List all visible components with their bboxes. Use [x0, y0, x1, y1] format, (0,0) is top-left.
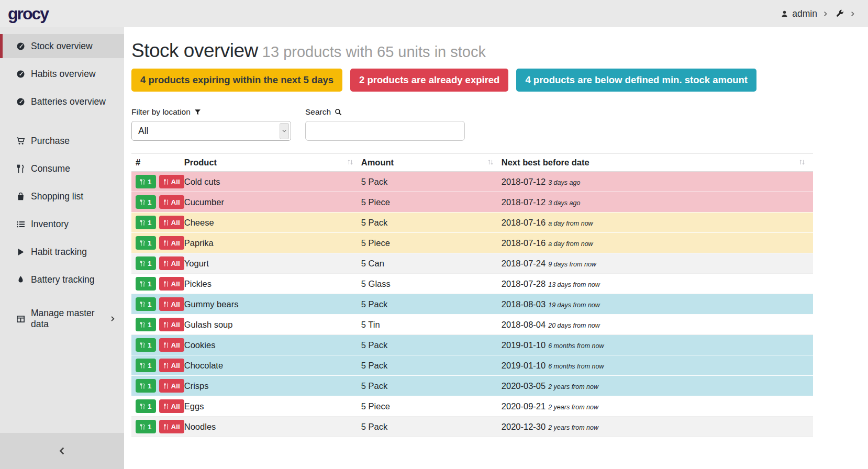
column-header-number-label: # [136, 158, 140, 167]
consume-one-button[interactable]: 1 [136, 318, 156, 331]
sidebar-item-batteries-overview[interactable]: Batteries overview [0, 90, 124, 114]
main-content: Stock overview13 products with 65 units … [124, 27, 868, 469]
consume-one-button[interactable]: 1 [136, 236, 156, 250]
gauge-icon [16, 97, 26, 106]
consume-one-button[interactable]: 1 [136, 256, 156, 270]
stock-table-body: 1AllCold cuts5 Pack2018-07-123 days ago1… [131, 172, 813, 437]
consume-all-button[interactable]: All [159, 318, 184, 331]
consume-one-button[interactable]: 1 [136, 379, 156, 393]
settings-menu[interactable] [836, 9, 844, 18]
table-row: 1AllCookies5 Pack2019-01-106 months from… [131, 335, 813, 355]
consume-one-button[interactable]: 1 [136, 420, 156, 433]
sidebar-item-habits-overview[interactable]: Habits overview [0, 62, 124, 86]
column-header-product[interactable]: Product [184, 154, 361, 172]
consume-all-button[interactable]: All [159, 195, 184, 209]
table-row: 1AllCucumber5 Piece2018-07-123 days ago [131, 192, 813, 213]
utensils-icon [163, 220, 169, 226]
location-select-value: All [138, 126, 148, 137]
chevron-right-icon [850, 11, 855, 17]
date-relative: 2 years from now [548, 404, 598, 411]
product-amount: 5 Piece [361, 233, 502, 253]
date-relative: 13 days from now [548, 281, 600, 288]
consume-all-button[interactable]: All [159, 297, 184, 311]
sidebar-item-label: Habits overview [31, 69, 96, 80]
consume-all-button[interactable]: All [159, 379, 184, 393]
best-before-date: 2019-01-106 months from now [502, 355, 813, 376]
location-select[interactable]: All [131, 121, 291, 141]
consume-one-button[interactable]: 1 [136, 216, 156, 229]
utensils-icon [163, 363, 169, 368]
grocy-logo[interactable]: grocy [8, 5, 48, 22]
sidebar-item-purchase[interactable]: Purchase [0, 129, 124, 153]
date-value: 2018-07-12 [502, 177, 546, 186]
consume-all-button[interactable]: All [159, 277, 184, 291]
page-title: Stock overview13 products with 65 units … [131, 39, 813, 62]
consume-one-button[interactable]: 1 [136, 338, 156, 352]
consume-one-button[interactable]: 1 [136, 297, 156, 311]
date-relative: 20 days from now [548, 322, 600, 329]
sidebar-item-habit-tracking[interactable]: Habit tracking [0, 240, 124, 264]
utensils-icon [140, 322, 146, 328]
chevron-right-icon [109, 316, 116, 322]
consume-one-button[interactable]: 1 [136, 175, 156, 188]
user-menu[interactable]: admin [781, 8, 817, 19]
date-value: 2018-07-16 [502, 238, 546, 248]
consume-one-button[interactable]: 1 [136, 359, 156, 372]
consume-all-button[interactable]: All [159, 216, 184, 229]
utensils-icon [163, 342, 169, 348]
date-value: 2020-09-21 [502, 401, 546, 411]
consume-all-button[interactable]: All [159, 236, 184, 250]
product-name: Pickles [184, 274, 361, 294]
location-filter-label: Filter by location [131, 107, 291, 117]
sidebar-item-stock-overview[interactable]: Stock overview [0, 34, 124, 58]
alert-danger-badge[interactable]: 2 products are already expired [350, 69, 508, 92]
sidebar-item-shopping-list[interactable]: Shopping list [0, 184, 124, 208]
consume-all-button[interactable]: All [159, 359, 184, 372]
column-header-number: # [131, 154, 184, 172]
utensils-icon [140, 179, 146, 185]
column-header-best-before[interactable]: Next best before date [502, 154, 813, 172]
date-value: 2018-07-28 [502, 279, 546, 288]
alert-warning-badge[interactable]: 4 products expiring within the next 5 da… [131, 69, 342, 92]
sidebar-item-battery-tracking[interactable]: Battery tracking [0, 267, 124, 292]
product-amount: 5 Pack [361, 172, 502, 192]
sort-icon [798, 159, 806, 166]
sidebar-collapse-button[interactable] [0, 433, 124, 469]
search-input[interactable] [305, 121, 465, 141]
utensils-icon [140, 302, 146, 307]
consume-all-button[interactable]: All [159, 338, 184, 352]
consume-all-button[interactable]: All [159, 420, 184, 433]
alert-info-badge[interactable]: 4 products are below defined min. stock … [516, 69, 756, 92]
sidebar-group-gap [0, 295, 124, 307]
consume-one-button[interactable]: 1 [136, 277, 156, 291]
column-header-amount[interactable]: Amount [361, 154, 502, 172]
consume-all-button[interactable]: All [159, 256, 184, 270]
search-label: Search [305, 107, 465, 117]
date-relative: 6 months from now [548, 363, 604, 370]
page-title-text: Stock overview [131, 40, 258, 61]
product-amount: 5 Pack [361, 376, 502, 396]
table-row: 1AllNoodles5 Pack2020-12-302 years from … [131, 417, 813, 437]
consume-one-button[interactable]: 1 [136, 399, 156, 413]
sidebar-item-inventory[interactable]: Inventory [0, 212, 124, 236]
best-before-date: 2019-01-106 months from now [502, 335, 813, 355]
consume-all-button[interactable]: All [159, 175, 184, 188]
date-value: 2018-07-16 [502, 218, 546, 227]
table-row: 1AllCheese5 Pack2018-07-16a day from now [131, 213, 813, 233]
utensils-icon [140, 240, 146, 246]
column-header-best-before-label: Next best before date [502, 158, 589, 167]
product-name: Eggs [184, 396, 361, 417]
utensils-icon [163, 240, 169, 246]
product-amount: 5 Pack [361, 335, 502, 355]
page-subtitle: 13 products with 65 units in stock [262, 43, 486, 60]
sidebar-item-consume[interactable]: Consume [0, 157, 124, 181]
consume-one-button[interactable]: 1 [136, 195, 156, 209]
sidebar-item-label: Stock overview [31, 41, 93, 52]
topbar: grocy admin [0, 0, 868, 27]
consume-all-button[interactable]: All [159, 399, 184, 413]
chevron-down-icon [280, 123, 289, 139]
date-relative: a day from now [548, 220, 593, 227]
list-icon [16, 220, 26, 229]
product-amount: 5 Can [361, 253, 502, 274]
sidebar-item-manage-master-data[interactable]: Manage master data [0, 307, 124, 331]
